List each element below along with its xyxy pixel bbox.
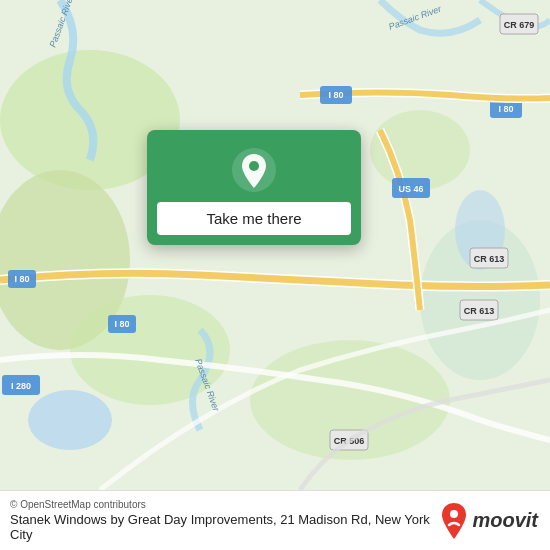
svg-text:CR 613: CR 613: [464, 306, 495, 316]
location-popup: Take me there: [147, 130, 361, 245]
svg-point-35: [450, 510, 458, 518]
place-name-label: Stanek Windows by Great Day Improvements…: [10, 512, 440, 542]
moovit-branding: moovit: [440, 503, 538, 539]
location-pin-icon: [232, 148, 276, 192]
svg-text:CR 679: CR 679: [504, 20, 535, 30]
svg-text:I 80: I 80: [114, 319, 129, 329]
svg-text:US 46: US 46: [398, 184, 423, 194]
svg-text:I 280: I 280: [11, 381, 31, 391]
svg-text:I 80: I 80: [328, 90, 343, 100]
place-info: © OpenStreetMap contributors Stanek Wind…: [10, 499, 440, 542]
map-view: I 80 I 80 I 80 I 80 US 46 CR 679 CR 613 …: [0, 0, 550, 490]
bottom-info-bar: © OpenStreetMap contributors Stanek Wind…: [0, 490, 550, 550]
moovit-logo-icon: [440, 503, 468, 539]
svg-point-8: [28, 390, 112, 450]
svg-text:I 80: I 80: [498, 104, 513, 114]
take-me-there-button[interactable]: Take me there: [157, 202, 351, 235]
svg-text:I 80: I 80: [14, 274, 29, 284]
moovit-text-label: moovit: [472, 509, 538, 532]
osm-attribution: © OpenStreetMap contributors: [10, 499, 440, 510]
svg-point-34: [249, 161, 259, 171]
svg-text:CR 613: CR 613: [474, 254, 505, 264]
